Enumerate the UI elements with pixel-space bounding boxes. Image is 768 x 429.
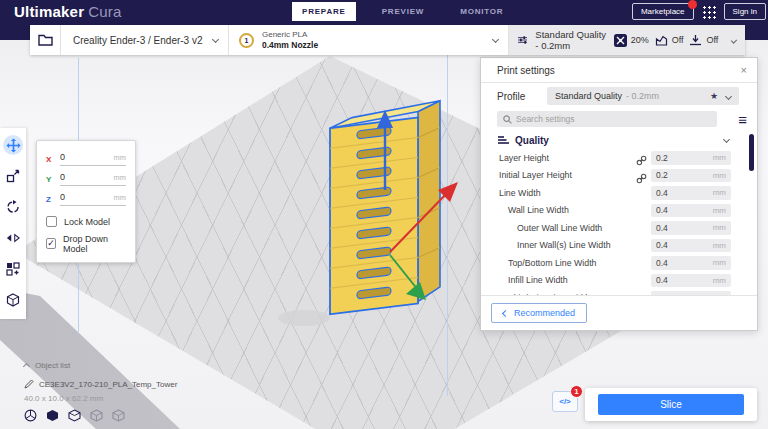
move-tool-panel: X mm Y mm Z mm Lock Model ✓ Dr (36, 140, 136, 263)
material-name: Generic PLA (262, 30, 318, 40)
setting-row-inner-wall-line-width[interactable]: Inner Wall(s) Line Width 0.4 mm (481, 237, 757, 255)
nozzle-size: 0.4mm Nozzle (262, 40, 318, 51)
recommended-label: Recommended (514, 308, 575, 318)
setting-value: 0.2 (656, 153, 668, 163)
chevron-down-icon (492, 36, 499, 43)
adhesion-value: Off (706, 35, 718, 45)
settings-menu-icon[interactable]: ≡ (738, 110, 747, 130)
tab-preview[interactable]: PREVIEW (372, 2, 435, 21)
close-icon[interactable]: × (741, 65, 747, 76)
slice-info-icon: </> (559, 397, 571, 406)
setting-label: Inner Wall(s) Line Width (517, 240, 611, 250)
app-logo: UltimakerCura (14, 3, 121, 20)
setting-unit: mm (713, 258, 726, 267)
mirror-tool-button[interactable] (3, 228, 23, 248)
tab-monitor[interactable]: MONITOR (450, 2, 513, 21)
profile-value: Standard Quality (555, 91, 622, 101)
setting-value-field[interactable]: 0.4 mm (651, 186, 731, 200)
lock-model-checkbox-row[interactable]: Lock Model (46, 212, 126, 231)
slice-info-button[interactable]: </> 1 (552, 391, 578, 412)
open-file-button[interactable] (30, 25, 61, 55)
view-left-icon[interactable] (90, 409, 103, 422)
object-list-toggle[interactable]: Object list (24, 361, 177, 370)
per-model-settings-icon (6, 262, 20, 276)
setting-value-field[interactable]: 0.4 mm (651, 239, 731, 253)
settings-scrollbar[interactable] (749, 134, 754, 171)
print-settings-selector[interactable]: Standard Quality - 0.2mm 20% Off (509, 25, 745, 55)
drop-down-model-label: Drop Down Model (63, 234, 126, 254)
search-box[interactable] (497, 111, 717, 127)
material-selector[interactable]: 1 Generic PLA 0.4mm Nozzle (229, 25, 509, 55)
setting-value: 0.4 (656, 240, 668, 250)
chevron-down-icon (212, 36, 219, 43)
setting-value-field[interactable]: 0.4 mm (651, 221, 731, 235)
move-tool-button[interactable] (3, 135, 23, 155)
axis-label-y: Y (46, 175, 54, 184)
setting-label: Layer Height (499, 153, 549, 163)
marketplace-button[interactable]: Marketplace (632, 3, 694, 20)
setting-row-wall-line-width[interactable]: Wall Line Width 0.4 mm (481, 202, 757, 220)
support-blocker-icon (6, 293, 20, 307)
notification-badge: 1 (570, 385, 583, 398)
setting-row-line-width[interactable]: Line Width 0.4 mm (481, 184, 757, 202)
drop-down-model-checkbox[interactable]: ✓ (46, 238, 56, 249)
printer-selector[interactable]: Creality Ender-3 / Ender-3 v2 (61, 25, 229, 55)
object-name-row[interactable]: CE3E3V2_170-210_PLA_Temp_Tower (24, 379, 177, 389)
lock-model-checkbox[interactable] (46, 216, 57, 227)
slice-button[interactable]: Slice (598, 394, 744, 415)
setting-value-field[interactable]: 0.4 mm (651, 274, 731, 288)
setting-row-infill-line-width[interactable]: Infill Line Width 0.4 mm (481, 272, 757, 290)
stage-tabs: PREPARE PREVIEW MONITOR (292, 2, 513, 21)
mirror-icon (6, 232, 20, 244)
profile-label: Profile (497, 91, 525, 102)
apps-grid-icon[interactable] (702, 5, 716, 19)
axis-row-y: Y mm (46, 169, 126, 189)
search-input[interactable] (516, 114, 686, 124)
x-position-input[interactable] (60, 152, 100, 162)
setting-row-top-bottom-line-width[interactable]: Top/Bottom Line Width 0.4 mm (481, 254, 757, 272)
material-info: Generic PLA 0.4mm Nozzle (262, 30, 318, 51)
drop-down-model-checkbox-row[interactable]: ✓ Drop Down Model (46, 234, 126, 253)
setting-value-field[interactable]: 0.4 mm (651, 256, 731, 270)
chevron-down-icon (731, 37, 737, 43)
setting-unit: mm (713, 276, 726, 285)
chevron-down-icon (725, 92, 732, 99)
model-temp-tower[interactable] (300, 88, 480, 328)
per-model-settings-button[interactable] (3, 259, 23, 279)
section-quality[interactable]: Quality (481, 131, 757, 149)
view-3d-icon[interactable] (24, 409, 37, 422)
setting-unit: mm (713, 206, 726, 215)
star-icon[interactable]: ★ (710, 91, 718, 101)
x-position-field[interactable]: mm (60, 152, 126, 166)
setting-row-initial-layer-height[interactable]: Initial Layer Height 0.2 mm (481, 167, 757, 185)
setting-label: Wall Line Width (508, 205, 569, 215)
setting-unit: mm (713, 171, 726, 180)
tab-prepare[interactable]: PREPARE (292, 2, 356, 21)
view-top-icon[interactable] (68, 409, 81, 422)
rotate-tool-button[interactable] (3, 197, 23, 217)
sign-in-button[interactable]: Sign in (724, 3, 766, 20)
marketplace-label: Marketplace (641, 7, 685, 16)
setting-value-field[interactable]: 0.2 mm (651, 169, 731, 183)
scale-tool-button[interactable] (3, 166, 23, 186)
setting-value-field[interactable]: 0.4 mm (651, 204, 731, 218)
recommended-button[interactable]: Recommended (491, 303, 587, 323)
profile-dropdown[interactable]: Standard Quality - 0.2mm ★ (547, 87, 739, 105)
setting-label: Outer Wall Line Width (517, 223, 602, 233)
y-position-field[interactable]: mm (60, 172, 126, 186)
z-position-input[interactable] (60, 192, 100, 202)
sliders-icon (518, 34, 527, 46)
setting-value-field[interactable]: 0.2 mm (651, 151, 731, 165)
view-right-icon[interactable] (112, 409, 125, 422)
support-blocker-button[interactable] (3, 290, 23, 310)
setting-row-outer-wall-line-width[interactable]: Outer Wall Line Width 0.4 mm (481, 219, 757, 237)
camera-view-icons (24, 409, 177, 422)
infill-value: 20% (631, 35, 649, 45)
view-front-icon[interactable] (46, 409, 59, 422)
z-position-field[interactable]: mm (60, 192, 126, 206)
profile-summary: Standard Quality - 0.2mm (535, 29, 607, 51)
setting-unit: mm (713, 188, 726, 197)
setting-row-layer-height[interactable]: Layer Height 0.2 mm (481, 149, 757, 167)
y-position-input[interactable] (60, 172, 100, 182)
adhesion-icon (689, 34, 702, 46)
